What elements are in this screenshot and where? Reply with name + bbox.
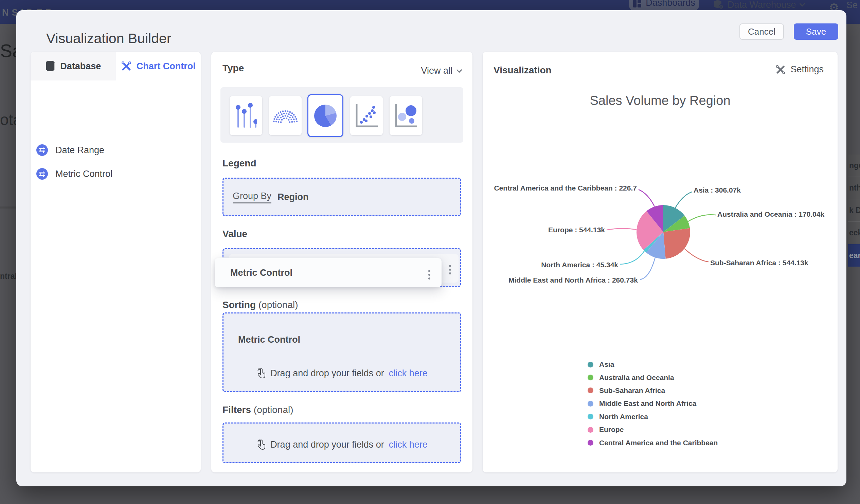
pie-leader-line xyxy=(640,257,655,279)
dropdown-option[interactable]: nth xyxy=(848,177,860,199)
chart-type-scatter[interactable] xyxy=(350,96,383,135)
arc-dot xyxy=(287,110,289,112)
legend-item[interactable]: Middle East and North Africa xyxy=(588,397,718,410)
chart-legend: AsiaAustralia and OceaniaSub-Saharan Afr… xyxy=(588,358,718,449)
pie-chart-icon xyxy=(314,105,336,127)
pie-label: Sub-Saharan Africa : 544.13k xyxy=(710,259,808,267)
arc-dot xyxy=(278,112,280,114)
chart-type-bubble[interactable] xyxy=(390,96,422,135)
arc-dot xyxy=(280,111,282,113)
pie-label: Middle East and North Africa : 260.73k xyxy=(508,276,638,284)
kebab-menu-icon[interactable] xyxy=(428,270,430,279)
click-here-link[interactable]: click here xyxy=(389,440,428,450)
legend-item[interactable]: Sub-Saharan Africa xyxy=(588,384,718,397)
legend-label: Asia xyxy=(599,360,614,369)
pie-slice-2[interactable] xyxy=(663,228,690,259)
dropdown-option-label: nge xyxy=(849,161,860,170)
filters-drop-zone[interactable]: Drag and drop your fields or click here xyxy=(223,422,461,463)
pie-leader-line xyxy=(688,215,716,221)
sorting-drop-zone[interactable]: Metric Control Drag and drop your fields… xyxy=(223,313,461,392)
view-all-button[interactable]: View all xyxy=(421,66,461,76)
kebab-menu-icon[interactable] xyxy=(449,265,451,274)
filters-drop-row: Drag and drop your fields or click here xyxy=(224,439,460,450)
legend-heading: Legend xyxy=(223,158,461,169)
legend-color-dot xyxy=(588,388,593,393)
arc-dot xyxy=(274,116,276,117)
arc-dot xyxy=(280,116,282,118)
pie-leader-line xyxy=(620,251,644,264)
arc-dot xyxy=(278,118,280,120)
tune-icon xyxy=(36,144,48,156)
dropdown-option-label: nth xyxy=(849,183,860,192)
chart-type-pie-selected[interactable] xyxy=(307,94,343,137)
legend-label: Central America and the Caribbean xyxy=(599,439,718,447)
background-dropdown: nge nth k D eek ear xyxy=(848,155,860,267)
legend-label: Australia and Oceania xyxy=(599,374,674,382)
value-heading: Value xyxy=(223,229,461,240)
arc-dot xyxy=(288,113,290,115)
filters-optional-label: (optional) xyxy=(254,404,293,415)
chevron-down-icon xyxy=(457,67,462,73)
tab-database[interactable]: Database xyxy=(31,52,116,81)
legend-item[interactable]: Europe xyxy=(588,423,718,436)
nav-item-data-warehouse[interactable]: Data Warehouse xyxy=(713,0,804,12)
save-button[interactable]: Save xyxy=(794,24,838,40)
chart-type-lollipop[interactable] xyxy=(230,96,262,135)
group-by-row: Group By Region xyxy=(233,179,309,215)
arc-dot xyxy=(292,116,293,118)
dropdown-option[interactable]: k D xyxy=(848,199,860,222)
sorting-field-label: Metric Control xyxy=(238,334,300,345)
sidebar-item-date-range[interactable]: Date Range xyxy=(36,144,104,156)
legend-label: Europe xyxy=(599,426,624,434)
value-chip-dragging[interactable]: Metric Control xyxy=(215,258,442,287)
drop-text: Drag and drop your fields or xyxy=(270,368,384,379)
tools-icon xyxy=(775,64,786,75)
arc-dot xyxy=(273,120,275,122)
tab-chart-control[interactable]: Chart Control xyxy=(116,52,201,81)
dropdown-option[interactable]: eek xyxy=(848,222,860,244)
dropdown-option-label: eek xyxy=(849,228,860,237)
dropdown-option[interactable]: nge xyxy=(848,155,860,177)
arc-dot xyxy=(296,120,298,122)
sorting-heading-label: Sorting xyxy=(223,300,256,310)
legend-item[interactable]: Central America and the Caribbean xyxy=(588,436,718,449)
group-by-value[interactable]: Region xyxy=(277,192,309,202)
arc-dot xyxy=(279,114,281,116)
legend-item[interactable]: Asia xyxy=(588,358,718,371)
chart-type-arc-dots[interactable] xyxy=(269,96,302,135)
sorting-optional-label: (optional) xyxy=(258,300,298,310)
dropdown-option-selected[interactable]: ear xyxy=(848,244,860,267)
arc-dot xyxy=(289,111,291,113)
arc-dot xyxy=(295,116,296,117)
legend-item[interactable]: North America xyxy=(588,410,718,423)
pie-leader-line xyxy=(607,229,636,230)
database-icon xyxy=(45,60,55,72)
legend-label: North America xyxy=(599,413,648,421)
nav-dashboards-label: Dashboards xyxy=(646,0,695,8)
legend-color-dot xyxy=(588,427,593,433)
legend-item[interactable]: Australia and Oceania xyxy=(588,371,718,384)
lollipop-chart-icon xyxy=(235,103,257,129)
dropdown-option-label: ear xyxy=(849,251,860,260)
arc-dot xyxy=(290,118,292,120)
arc-dot xyxy=(289,116,291,118)
legend-drop-zone[interactable]: Group By Region xyxy=(223,178,461,216)
tab-chart-control-label: Chart Control xyxy=(137,61,196,72)
sidebar-tabs: Database Chart Control xyxy=(31,52,201,81)
visualization-panel: Visualization Settings Sales Volume by R… xyxy=(483,52,837,472)
pie-leader-line xyxy=(639,189,655,206)
nav-item-dashboards[interactable]: Dashboards xyxy=(629,0,699,11)
arc-dot xyxy=(291,121,293,123)
pie-chart: Asia : 306.07kAustralia and Oceania : 17… xyxy=(489,177,835,306)
arc-dot xyxy=(296,118,297,120)
click-here-link[interactable]: click here xyxy=(389,368,428,379)
arc-dot xyxy=(278,121,280,123)
pie-leader-line xyxy=(684,249,708,262)
settings-button[interactable]: Settings xyxy=(775,64,824,75)
arc-dot xyxy=(286,112,287,114)
sidebar-item-metric-control[interactable]: Metric Control xyxy=(36,168,112,180)
arc-dot xyxy=(283,117,285,119)
group-by-label[interactable]: Group By xyxy=(233,191,271,203)
cancel-button[interactable]: Cancel xyxy=(740,24,784,40)
arc-dots-chart-icon xyxy=(272,108,298,124)
